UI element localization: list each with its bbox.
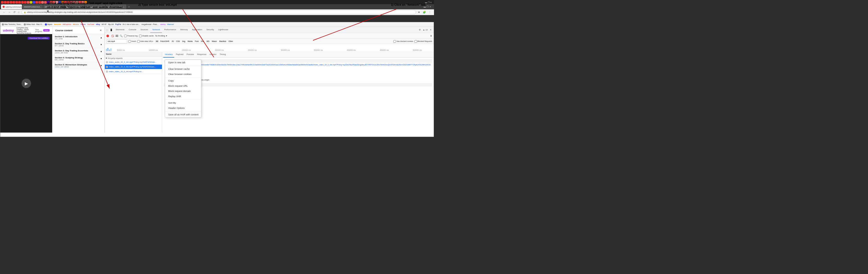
section-3-header[interactable]: Section 3: Day Trading Essentials 12/14 … <box>53 48 104 55</box>
context-block-url[interactable]: Block request URL <box>165 83 201 89</box>
filter-media[interactable]: Media <box>187 40 193 42</box>
import-export-icon[interactable]: ⬆ <box>430 35 432 37</box>
tab-sources[interactable]: Sources <box>138 27 150 33</box>
menu-button[interactable]: ⋮ <box>428 10 432 14</box>
filter-css[interactable]: CSS <box>175 40 181 42</box>
devtools-inspect-icon[interactable]: ⬚ <box>106 29 108 31</box>
bookmark-alibaba[interactable]: Alibaba <box>73 24 79 25</box>
context-clear-cookies[interactable]: Clear browser cookies <box>165 72 201 77</box>
home-button[interactable]: ⌂ <box>17 10 20 14</box>
tab-algo[interactable]: AlgoExpert | Ace th... <box>85 4 105 9</box>
invert-checkbox[interactable]: Invert <box>128 40 136 43</box>
filter-all[interactable]: All <box>155 40 159 42</box>
preserve-log-checkbox[interactable]: Preserve log <box>124 35 137 37</box>
save-button[interactable]: Save <box>43 29 50 32</box>
filter-js[interactable]: JS <box>171 40 175 42</box>
forward-button[interactable]: → <box>7 10 11 14</box>
bookmark-amazon[interactable]: Amazon <box>54 24 61 25</box>
section-4-header[interactable]: Section 4: Scalping Strategy 6/6 | 19min… <box>53 55 104 62</box>
hide-data-urls-checkbox[interactable]: Hide data URLs <box>137 40 153 43</box>
context-save-har[interactable]: Save all as HAR with content <box>165 112 201 117</box>
bookmark-myua[interactable]: My-UA <box>108 24 114 25</box>
request-row-video-15[interactable]: index_video_15_0_init.mp4?Policy-eyTdGF0… <box>105 65 162 69</box>
details-tab-headers[interactable]: Headers <box>163 52 174 58</box>
extensions-button[interactable]: 🧩 <box>422 10 427 14</box>
details-tab-initiator[interactable]: Initiator <box>208 52 218 58</box>
filter-doc[interactable]: Doc <box>200 40 205 42</box>
bookmark-udemy[interactable]: udemy <box>160 24 166 25</box>
has-blocked-cookies-checkbox[interactable]: Has blocked cookies <box>393 40 413 43</box>
details-tab-preview[interactable]: Preview <box>185 52 195 58</box>
bookmark-myip[interactable]: MY-IP <box>102 24 107 25</box>
network-filter-input[interactable] <box>106 39 127 43</box>
bookmark-paypal[interactable]: PayPal <box>115 24 121 25</box>
bookmark-nmac[interactable]: NMac Ked - Mac O... <box>24 24 43 26</box>
tab-memory[interactable]: Memory <box>178 27 190 33</box>
bookmark-walmart[interactable]: Walmart <box>167 24 174 25</box>
filter-wasm[interactable]: Wasm <box>211 40 218 42</box>
context-block-domain[interactable]: Block request domain <box>165 89 201 94</box>
filter-img[interactable]: Img <box>182 40 186 42</box>
filter-fetchxhr[interactable]: Fetch/XHR <box>160 40 170 42</box>
tab-elements[interactable]: Elements <box>114 27 126 33</box>
section-5-header[interactable]: Section 5: Momentum Strategies 13/13 | 1… <box>53 62 104 69</box>
url-bar[interactable]: 🔒 udemy.com/course/day-trading-strategie… <box>21 10 416 14</box>
bookmark-mac-torrents[interactable]: Mac Torrents | Torre... <box>2 24 22 26</box>
back-button[interactable]: ← <box>2 10 6 14</box>
details-tab-timing[interactable]: Timing <box>218 52 227 58</box>
filter-font[interactable]: Font <box>194 40 199 42</box>
record-button[interactable] <box>106 35 109 37</box>
blocked-requests-checkbox[interactable]: Blocked Requests <box>414 40 432 43</box>
details-tab-payload[interactable]: Payload <box>174 52 185 58</box>
new-tab-button[interactable]: + <box>127 5 131 8</box>
tab-security[interactable]: Security <box>204 27 216 33</box>
subtitle-download-btn[interactable]: Download this subtitles <box>28 37 50 40</box>
tab-amazon[interactable]: Amazon.com: Chilo... <box>105 4 126 9</box>
throttling-select[interactable]: No throttling ▼ <box>155 35 167 37</box>
filter-manifest[interactable]: Manifest <box>219 40 227 42</box>
devtools-device-icon[interactable]: 📱 <box>110 29 113 31</box>
bookmark-libpen[interactable]: libpen <box>45 24 53 26</box>
filter-other[interactable]: Other <box>228 40 234 42</box>
tab-mimxrt[interactable]: MiMXRT1052CVL5... <box>23 4 43 9</box>
context-open-new-tab[interactable]: Open in new tab <box>165 60 201 65</box>
filter-ws[interactable]: WS <box>206 40 210 42</box>
request-row-audio[interactable]: index_audio_20_0_init.mp4?Policy=eyTdGF0… <box>105 60 162 65</box>
context-header-options[interactable]: Header Options <box>165 105 201 111</box>
response-headers-section-header[interactable]: Response Headers <box>164 83 432 87</box>
active-tab[interactable]: udemy.com/course... <box>1 4 22 9</box>
section-1-header[interactable]: Section 1: Introduction 1/1 | 1min ▲ <box>53 34 104 41</box>
tab-application[interactable]: Application <box>190 27 204 33</box>
tab-network[interactable]: Network <box>150 27 162 33</box>
general-section-header[interactable]: General <box>164 59 432 63</box>
third-party-requests-group[interactable]: ▶ 3rd-party requests <box>105 57 162 60</box>
bookmark-yahoo[interactable]: Yahoo <box>80 24 86 25</box>
tab-performance[interactable]: Performance <box>162 27 178 33</box>
close-sidebar-button[interactable]: ✕ <box>100 29 102 32</box>
tab-lighthouse[interactable]: Lighthouse <box>216 27 230 33</box>
disable-cache-checkbox[interactable]: Disable cache <box>139 35 154 37</box>
bookmark-youtube[interactable]: YouTube <box>87 24 94 25</box>
tab-epic[interactable]: EPIC CNC upgrade... <box>43 4 64 9</box>
bookmark-in1[interactable]: IN-1 mix-e tube soc... <box>123 24 140 25</box>
filter-icon[interactable]: ⌧ <box>116 35 118 37</box>
window-controls[interactable]: ▬ ❐ ✕ <box>424 5 433 8</box>
details-tab-response[interactable]: Response <box>196 52 208 58</box>
devtools-settings-button[interactable]: ⚙ <box>418 29 422 31</box>
tab-console[interactable]: Console <box>126 27 138 33</box>
reload-button[interactable]: ↺ <box>12 10 16 14</box>
context-copy[interactable]: Copy <box>165 78 201 83</box>
tab-infini[interactable]: How to take INFINI... <box>64 4 85 9</box>
clear-button[interactable]: 🚫 <box>111 35 114 37</box>
context-clear-cache[interactable]: Clear browser cache <box>165 66 201 72</box>
bookmark-megathread[interactable]: megathread - Pirac... <box>142 24 159 25</box>
devtools-close-button[interactable]: ✕ <box>429 29 433 31</box>
context-replay-xhr[interactable]: Replay XHR <box>165 94 201 99</box>
bookmark-aliexpress[interactable]: AliExpress <box>63 24 71 25</box>
request-row-video-19[interactable]: index_video_19_0_init.mp4?Policy=e... <box>105 69 162 74</box>
search-icon[interactable]: 🔍 <box>120 35 123 37</box>
bookmarks-button[interactable]: ★ <box>417 10 421 14</box>
section-2-header[interactable]: Section 2: Day Trading Basics 6/7 | 16mi… <box>53 41 104 48</box>
bookmark-ebay[interactable]: eBay <box>96 24 100 25</box>
context-sort-by[interactable]: Sort By <box>165 100 201 105</box>
